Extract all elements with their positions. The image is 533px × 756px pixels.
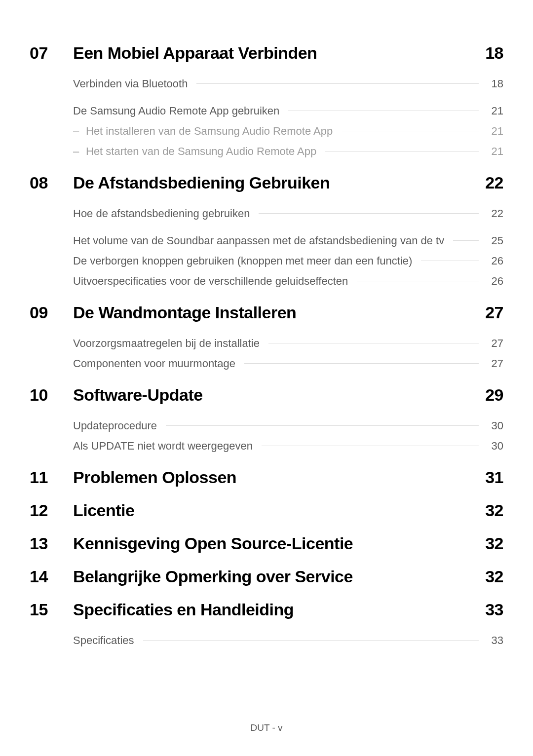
toc-section-page: 32	[485, 567, 503, 586]
toc-line[interactable]: Componenten voor muurmontage27	[73, 355, 503, 372]
toc-line-page: 21	[488, 143, 503, 159]
toc-section-head[interactable]: 09De Wandmontage Installeren27	[30, 303, 503, 322]
toc-line-page: 30	[488, 417, 503, 434]
toc-section-title: Problemen Oplossen	[73, 468, 485, 487]
toc-leader-line	[288, 111, 479, 111]
toc-line[interactable]: De verborgen knoppen gebruiken (knoppen …	[73, 253, 503, 269]
toc-group-gap	[73, 96, 503, 103]
toc-section-items: Specificaties33	[30, 632, 503, 648]
toc-section-head[interactable]: 15Specificaties en Handleiding33	[30, 600, 503, 619]
toc-section-items: Verbinden via Bluetooth18De Samsung Audi…	[30, 76, 503, 159]
toc-line-label: Hoe de afstandsbediening gebruiken	[73, 205, 250, 222]
toc-section: 12Licentie32	[30, 501, 503, 520]
toc-section-head[interactable]: 07Een Mobiel Apparaat Verbinden18	[30, 43, 503, 63]
toc-section-page: 31	[485, 468, 503, 487]
toc-line[interactable]: Verbinden via Bluetooth18	[73, 76, 503, 92]
toc-line-label: De verborgen knoppen gebruiken (knoppen …	[73, 253, 412, 269]
toc-line-label: Uitvoerspecificaties voor de verschillen…	[73, 273, 348, 289]
toc-leader-line	[342, 131, 479, 131]
toc-section-items: Hoe de afstandsbediening gebruiken22Het …	[30, 205, 503, 289]
toc-section: 14Belangrijke Opmerking over Service32	[30, 567, 503, 586]
toc-section: 10Software-Update29Updateprocedure30Als …	[30, 385, 503, 454]
toc-section-head[interactable]: 11Problemen Oplossen31	[30, 468, 503, 487]
toc-section-page: 32	[485, 501, 503, 520]
toc-section-page: 27	[485, 303, 503, 322]
toc-line-page: 27	[488, 335, 503, 351]
toc-line[interactable]: Hoe de afstandsbediening gebruiken22	[73, 205, 503, 222]
toc-section: 09De Wandmontage Installeren27Voorzorgsm…	[30, 303, 503, 372]
toc-line-page: 22	[488, 205, 503, 222]
toc-line-label: Het installeren van de Samsung Audio Rem…	[86, 123, 333, 139]
toc-section-items: Voorzorgsmaatregelen bij de installatie2…	[30, 335, 503, 372]
toc-line-label: Componenten voor muurmontage	[73, 355, 235, 372]
toc-section-number: 12	[30, 501, 73, 520]
toc-line-label: Verbinden via Bluetooth	[73, 76, 188, 92]
toc-line[interactable]: Als UPDATE niet wordt weergegeven30	[73, 438, 503, 454]
toc-line[interactable]: –Het installeren van de Samsung Audio Re…	[73, 123, 503, 139]
toc-line[interactable]: Updateprocedure30	[73, 417, 503, 434]
toc-line[interactable]: Voorzorgsmaatregelen bij de installatie2…	[73, 335, 503, 351]
toc-leader-line	[262, 446, 479, 446]
toc-leader-line	[268, 343, 479, 343]
toc-section-title: Licentie	[73, 501, 485, 520]
toc-section-head[interactable]: 13Kennisgeving Open Source-Licentie32	[30, 534, 503, 553]
toc-leader-line	[143, 640, 479, 641]
toc-line-page: 30	[488, 438, 503, 454]
toc-section-head[interactable]: 08De Afstandsbediening Gebruiken22	[30, 173, 503, 192]
toc-leader-line	[166, 425, 479, 426]
toc-section: 07Een Mobiel Apparaat Verbinden18Verbind…	[30, 43, 503, 159]
toc-section-head[interactable]: 12Licentie32	[30, 501, 503, 520]
toc-section-number: 07	[30, 43, 73, 63]
toc-section-page: 29	[485, 385, 503, 405]
toc-section-title: De Wandmontage Installeren	[73, 303, 485, 322]
toc-leader-line	[357, 281, 479, 281]
toc-line-label: Het volume van de Soundbar aanpassen met…	[73, 232, 444, 249]
toc-line-page: 27	[488, 355, 503, 372]
toc-section-head[interactable]: 14Belangrijke Opmerking over Service32	[30, 567, 503, 586]
toc-section-page: 32	[485, 534, 503, 553]
toc-leader-line	[325, 151, 479, 151]
toc-section-number: 14	[30, 567, 73, 586]
toc-line[interactable]: Specificaties33	[73, 632, 503, 648]
toc-section: 08De Afstandsbediening Gebruiken22Hoe de…	[30, 173, 503, 289]
toc-section-number: 13	[30, 534, 73, 553]
toc-section-number: 10	[30, 385, 73, 405]
toc-line-page: 26	[488, 253, 503, 269]
toc-line[interactable]: –Het starten van de Samsung Audio Remote…	[73, 143, 503, 159]
table-of-contents: 07Een Mobiel Apparaat Verbinden18Verbind…	[30, 43, 503, 648]
toc-line[interactable]: Het volume van de Soundbar aanpassen met…	[73, 232, 503, 249]
toc-line[interactable]: De Samsung Audio Remote App gebruiken21	[73, 103, 503, 119]
toc-leader-line	[453, 240, 479, 241]
toc-line-page: 25	[488, 232, 503, 249]
toc-section-number: 15	[30, 600, 73, 619]
dash-bullet-icon: –	[73, 123, 86, 139]
toc-section-number: 09	[30, 303, 73, 322]
toc-leader-line	[196, 83, 479, 84]
toc-line-label: De Samsung Audio Remote App gebruiken	[73, 103, 279, 119]
toc-line-label: Als UPDATE niet wordt weergegeven	[73, 438, 253, 454]
toc-line-page: 33	[488, 632, 503, 648]
toc-line-page: 26	[488, 273, 503, 289]
toc-leader-line	[244, 363, 479, 364]
toc-leader-line	[421, 261, 479, 261]
toc-section: 11Problemen Oplossen31	[30, 468, 503, 487]
toc-section-page: 33	[485, 600, 503, 619]
toc-section-title: De Afstandsbediening Gebruiken	[73, 173, 485, 192]
toc-section-page: 18	[485, 43, 503, 63]
page-footer: DUT - v	[0, 722, 533, 733]
toc-section-head[interactable]: 10Software-Update29	[30, 385, 503, 405]
toc-leader-line	[259, 213, 479, 214]
toc-line-label: Voorzorgsmaatregelen bij de installatie	[73, 335, 260, 351]
toc-line-label: Updateprocedure	[73, 417, 157, 434]
toc-section-items: Updateprocedure30Als UPDATE niet wordt w…	[30, 417, 503, 454]
toc-line-label: Specificaties	[73, 632, 134, 648]
toc-section-title: Een Mobiel Apparaat Verbinden	[73, 43, 485, 63]
toc-section: 15Specificaties en Handleiding33Specific…	[30, 600, 503, 648]
toc-line-page: 18	[488, 76, 503, 92]
toc-section-title: Kennisgeving Open Source-Licentie	[73, 534, 485, 553]
toc-section-title: Belangrijke Opmerking over Service	[73, 567, 485, 586]
toc-section-title: Specificaties en Handleiding	[73, 600, 485, 619]
toc-line[interactable]: Uitvoerspecificaties voor de verschillen…	[73, 273, 503, 289]
toc-line-page: 21	[488, 123, 503, 139]
toc-section-page: 22	[485, 173, 503, 192]
